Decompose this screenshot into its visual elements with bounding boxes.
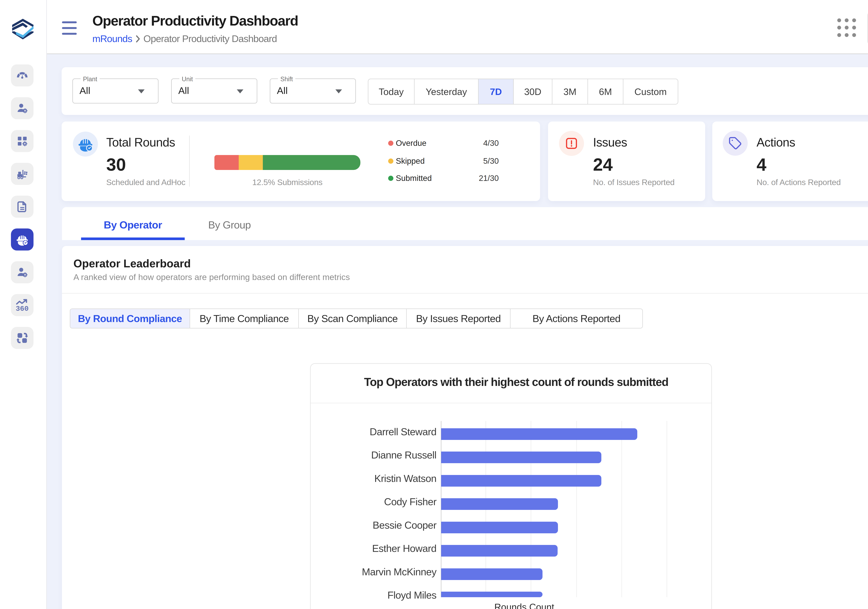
svg-text:360: 360 (16, 305, 29, 312)
